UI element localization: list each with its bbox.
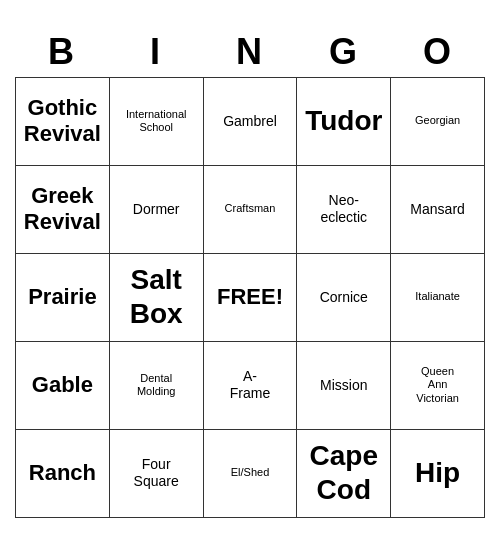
cell-label: Ranch	[29, 460, 96, 486]
bingo-cell: InternationalSchool	[110, 78, 204, 166]
header-letter: G	[297, 27, 391, 77]
bingo-cell: Cornice	[297, 254, 391, 342]
header-letter: B	[15, 27, 109, 77]
bingo-grid: GothicRevivalInternationalSchoolGambrelT…	[15, 77, 485, 518]
cell-label: Mission	[320, 377, 367, 394]
cell-label: SaltBox	[130, 263, 183, 330]
cell-label: A-Frame	[230, 368, 270, 402]
cell-label: CapeCod	[310, 439, 378, 506]
cell-label: InternationalSchool	[126, 108, 187, 134]
header-letter: I	[109, 27, 203, 77]
bingo-cell: QueenAnnVictorian	[391, 342, 485, 430]
bingo-cell: FourSquare	[110, 430, 204, 518]
bingo-cell: A-Frame	[204, 342, 298, 430]
bingo-cell: Georgian	[391, 78, 485, 166]
cell-label: Prairie	[28, 284, 97, 310]
bingo-cell: Gable	[16, 342, 110, 430]
bingo-cell: Tudor	[297, 78, 391, 166]
cell-label: FourSquare	[134, 456, 179, 490]
cell-label: Craftsman	[225, 202, 276, 215]
cell-label: Mansard	[410, 201, 464, 218]
bingo-cell: Neo-eclectic	[297, 166, 391, 254]
bingo-header: BINGO	[15, 27, 485, 77]
header-letter: N	[203, 27, 297, 77]
cell-label: Cornice	[320, 289, 368, 306]
cell-label: El/Shed	[231, 466, 270, 479]
bingo-cell: Mansard	[391, 166, 485, 254]
bingo-cell: SaltBox	[110, 254, 204, 342]
cell-label: Italianate	[415, 290, 460, 303]
bingo-cell: Hip	[391, 430, 485, 518]
cell-label: Georgian	[415, 114, 460, 127]
cell-label: GothicRevival	[24, 95, 101, 148]
bingo-card: BINGO GothicRevivalInternationalSchoolGa…	[15, 27, 485, 518]
header-letter: O	[391, 27, 485, 77]
bingo-cell: CapeCod	[297, 430, 391, 518]
cell-label: Hip	[415, 456, 460, 490]
bingo-cell: GothicRevival	[16, 78, 110, 166]
cell-label: Tudor	[305, 104, 382, 138]
bingo-cell: DentalMolding	[110, 342, 204, 430]
bingo-cell: GreekRevival	[16, 166, 110, 254]
bingo-cell: Italianate	[391, 254, 485, 342]
cell-label: Neo-eclectic	[320, 192, 367, 226]
cell-label: FREE!	[217, 284, 283, 310]
cell-label: GreekRevival	[24, 183, 101, 236]
bingo-cell: Craftsman	[204, 166, 298, 254]
cell-label: Dormer	[133, 201, 180, 218]
bingo-cell: Mission	[297, 342, 391, 430]
cell-label: Gable	[32, 372, 93, 398]
cell-label: DentalMolding	[137, 372, 176, 398]
cell-label: QueenAnnVictorian	[416, 365, 459, 405]
bingo-cell: Gambrel	[204, 78, 298, 166]
bingo-cell: Ranch	[16, 430, 110, 518]
bingo-cell: Dormer	[110, 166, 204, 254]
bingo-cell: Prairie	[16, 254, 110, 342]
cell-label: Gambrel	[223, 113, 277, 130]
bingo-cell: FREE!	[204, 254, 298, 342]
bingo-cell: El/Shed	[204, 430, 298, 518]
